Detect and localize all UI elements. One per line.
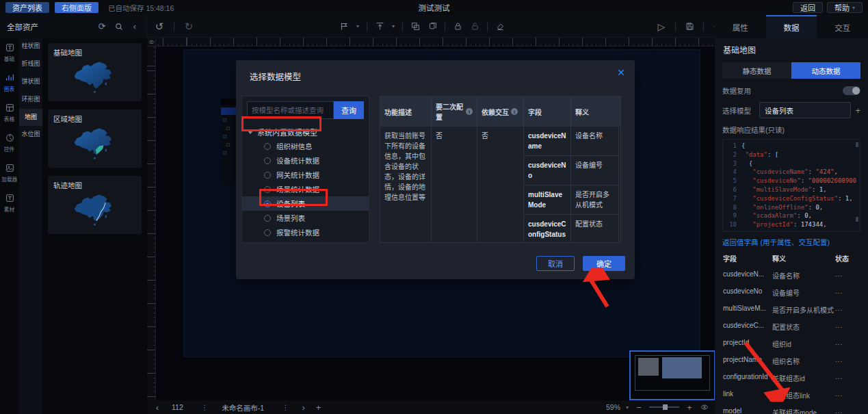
- chevron-down-icon[interactable]: ▾: [392, 23, 395, 29]
- toolbar: 全部资产 ⟳ ‹ ↺ ↻ ▾ ▾: [0, 15, 868, 38]
- flag-align-icon[interactable]: [339, 22, 349, 31]
- more-menu-icon[interactable]: ...: [835, 390, 860, 400]
- radio-icon[interactable]: [264, 143, 271, 150]
- back-button[interactable]: 返回: [793, 2, 823, 13]
- chart-type-item[interactable]: 折线图: [19, 55, 42, 73]
- radio-icon[interactable]: [264, 186, 271, 193]
- data-mode-tab[interactable]: 静态数据: [722, 62, 791, 79]
- more-menu-icon[interactable]: ...: [835, 270, 860, 281]
- tree-item[interactable]: 场景统计数据: [242, 182, 369, 196]
- info-icon[interactable]: i: [466, 108, 473, 115]
- more-menu-icon[interactable]: ...: [835, 339, 860, 349]
- rail-item-table[interactable]: 表格: [0, 98, 19, 128]
- zoom-in-icon[interactable]: +: [685, 402, 694, 412]
- search-icon[interactable]: [114, 22, 123, 31]
- chart-type-item[interactable]: 饼状图: [19, 73, 42, 91]
- refresh-icon[interactable]: ⟳: [97, 22, 107, 31]
- right-panel-button[interactable]: 右侧面版: [55, 2, 98, 13]
- tree-item[interactable]: 设备列表: [242, 196, 369, 211]
- unlock-icon[interactable]: [470, 22, 479, 31]
- panel-tab[interactable]: 交互: [817, 15, 868, 38]
- tree-item[interactable]: 组织树信息: [242, 139, 369, 153]
- save-icon[interactable]: [685, 22, 694, 31]
- zoom-slider[interactable]: [649, 406, 679, 408]
- add-page-icon[interactable]: +: [314, 402, 324, 412]
- collapse-panel-icon[interactable]: ‹: [130, 22, 140, 31]
- copy-icon[interactable]: [428, 22, 437, 31]
- help-dropdown[interactable]: 帮助 ▾: [827, 2, 863, 13]
- zoom-slider-handle[interactable]: [663, 404, 668, 410]
- tree-item-label: 设备列表: [276, 198, 305, 209]
- data-reuse-toggle[interactable]: [843, 86, 860, 95]
- field-name: cusdeviceC...: [723, 322, 772, 332]
- asset-card-track-map[interactable]: 轨迹地图: [48, 176, 142, 234]
- more-menu-icon[interactable]: ...: [835, 407, 860, 414]
- tree-item[interactable]: 设备统计数据: [242, 153, 369, 168]
- rail-label: 素材: [4, 205, 14, 213]
- chevron-down-icon[interactable]: ▾: [356, 23, 359, 29]
- json-result-viewer[interactable]: 1{ 2 "data": [ 3 { 4 "cusdeviceName": "4…: [722, 139, 860, 232]
- rail-item-chart[interactable]: 图表: [0, 68, 19, 98]
- tree-root-system-models[interactable]: 系统内置数据模型: [248, 127, 317, 138]
- tree-item[interactable]: 报警统计数据: [242, 225, 369, 240]
- rail-item-basic[interactable]: 基础: [0, 38, 19, 68]
- add-model-icon[interactable]: +: [855, 105, 860, 116]
- more-menu-icon[interactable]: ...: [835, 356, 860, 366]
- close-icon[interactable]: ✕: [617, 67, 625, 78]
- page-tab-2[interactable]: 未命名画布-1 ⋮: [218, 402, 293, 413]
- undo-icon[interactable]: ↺: [155, 22, 164, 31]
- radio-icon[interactable]: [264, 172, 271, 179]
- model-search-input[interactable]: [247, 101, 334, 119]
- return-dict-link[interactable]: 返回值字典 (用于属性、交互配置): [722, 237, 860, 247]
- tree-root-label: 系统内置数据模型: [257, 127, 317, 138]
- more-menu-icon[interactable]: ...: [835, 373, 860, 383]
- eraser-icon[interactable]: [495, 22, 505, 31]
- more-menu-icon[interactable]: ...: [835, 305, 860, 315]
- eye-icon[interactable]: [148, 39, 155, 45]
- chart-type-item[interactable]: 水位图: [19, 126, 42, 144]
- rail-item-material[interactable]: 素材: [0, 188, 19, 218]
- panel-tab[interactable]: 数据: [766, 15, 817, 38]
- align-top-icon[interactable]: [375, 22, 384, 31]
- rail-item-loader[interactable]: 加载器: [0, 158, 19, 188]
- scrollbar-thumb[interactable]: [856, 142, 858, 147]
- tree-item[interactable]: 网关统计数据: [242, 168, 369, 182]
- zoom-level[interactable]: 59%: [606, 403, 620, 411]
- next-page-icon[interactable]: ›: [299, 402, 308, 412]
- zoom-out-icon[interactable]: −: [634, 402, 644, 412]
- more-menu-icon[interactable]: ...: [835, 322, 860, 332]
- tree-expand-icon[interactable]: [248, 131, 253, 134]
- chart-type-item[interactable]: 环形图: [19, 91, 42, 109]
- group-icon[interactable]: [410, 22, 420, 31]
- radio-icon[interactable]: [264, 157, 271, 164]
- asset-card-region-map[interactable]: 区域地图: [48, 109, 142, 168]
- page-menu-icon[interactable]: ⋮: [201, 403, 209, 411]
- more-menu-icon[interactable]: ...: [835, 287, 860, 298]
- search-button[interactable]: 查询: [334, 101, 364, 119]
- asset-card-basic-map[interactable]: 基础地图: [48, 43, 142, 101]
- confirm-button[interactable]: 确定: [583, 256, 625, 271]
- chart-type-item[interactable]: 柱状图: [19, 38, 42, 55]
- radio-icon[interactable]: [264, 229, 271, 236]
- radio-icon[interactable]: [264, 215, 271, 222]
- radio-icon[interactable]: [264, 200, 271, 207]
- data-mode-tab[interactable]: 动态数据: [791, 62, 860, 79]
- preview-play-icon[interactable]: ▷: [657, 22, 666, 31]
- model-select-input[interactable]: 设备列表: [759, 102, 851, 118]
- minimap[interactable]: [629, 350, 715, 400]
- page-tab-1[interactable]: 112 ⋮: [168, 403, 212, 411]
- prev-page-icon[interactable]: ‹: [153, 402, 162, 412]
- redo-icon[interactable]: ↻: [184, 22, 194, 31]
- fit-view-eye-icon[interactable]: [700, 402, 709, 412]
- scrollbar-thumb[interactable]: [856, 217, 858, 222]
- rail-item-widget[interactable]: 控件: [0, 128, 19, 158]
- lock-icon[interactable]: [453, 22, 462, 31]
- chart-type-item[interactable]: 地图: [19, 109, 42, 127]
- chevron-down-icon[interactable]: ▾: [626, 404, 629, 411]
- tree-item[interactable]: 场景列表: [242, 211, 369, 225]
- info-icon[interactable]: i: [511, 108, 518, 115]
- asset-list-button[interactable]: 资产列表: [5, 2, 49, 13]
- page-menu-icon[interactable]: ⋮: [282, 403, 289, 411]
- cancel-button[interactable]: 取消: [536, 256, 575, 271]
- panel-tab[interactable]: 属性: [715, 15, 766, 38]
